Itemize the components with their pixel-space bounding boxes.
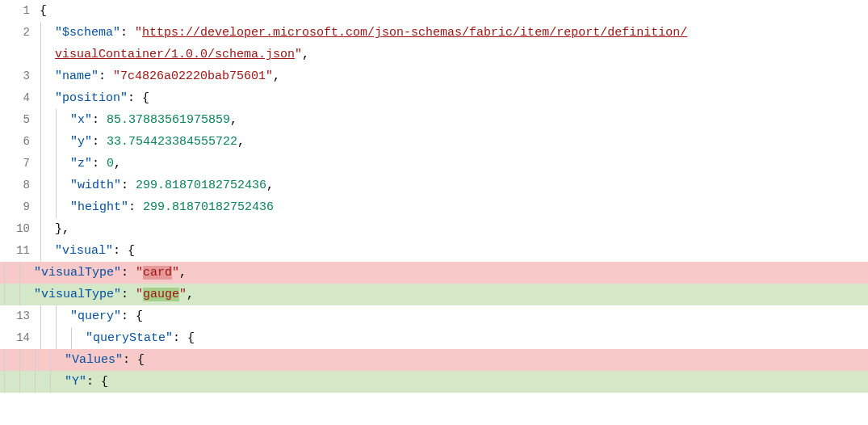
line-content: "queryState": { [36, 327, 868, 349]
indent-guide [40, 218, 41, 240]
indent-guide [50, 349, 51, 371]
line-content: "x": 85.37883561975859, [36, 109, 868, 131]
line-content: "height": 299.81870182752436 [36, 196, 868, 218]
line-content: { [36, 0, 868, 22]
indent-guide [40, 44, 41, 65]
line-number: 7 [0, 153, 36, 175]
indent-guide [40, 22, 41, 44]
code-line[interactable]: 13"query": { [36, 305, 868, 327]
code-line[interactable]: 9"height": 299.81870182752436 [36, 196, 868, 218]
indent-guide [19, 262, 20, 284]
line-number: 10 [0, 218, 36, 240]
indent-guide [71, 327, 72, 349]
line-content: visualContainer/1.0.0/schema.json", [36, 44, 868, 65]
line-number: 11 [0, 240, 36, 262]
line-content: "Y": { [0, 371, 868, 393]
line-content: "y": 33.754423384555722, [36, 131, 868, 153]
indent-guide [40, 175, 41, 196]
line-content: "position": { [36, 87, 868, 109]
line-number: 5 [0, 109, 36, 131]
code-area[interactable]: 1{2"$schema": "https://developer.microso… [36, 0, 868, 425]
line-content: "width": 299.81870182752436, [36, 175, 868, 196]
line-content: "$schema": "https://developer.microsoft.… [36, 22, 868, 44]
line-number: 1 [0, 0, 36, 22]
line-content: "query": { [36, 305, 868, 327]
indent-guide [56, 327, 57, 349]
indent-guide [4, 349, 5, 371]
indent-guide [40, 327, 41, 349]
line-number: 9 [0, 196, 36, 218]
code-line[interactable]: visualContainer/1.0.0/schema.json", [36, 44, 868, 65]
indent-guide [19, 349, 20, 371]
line-content: "Values": { [0, 349, 868, 371]
indent-guide [40, 109, 41, 131]
code-line[interactable]: 12+"visualType": "gauge", [0, 284, 868, 305]
code-line[interactable]: 2"$schema": "https://developer.microsoft… [36, 22, 868, 44]
code-line[interactable]: 15+"Y": { [0, 371, 868, 393]
line-number: 3 [0, 65, 36, 87]
indent-guide [56, 175, 57, 196]
code-line[interactable]: 3"name": "7c4826a02220bab75601", [36, 65, 868, 87]
indent-guide [56, 153, 57, 175]
indent-guide [50, 371, 51, 393]
indent-guide [4, 262, 5, 284]
code-line[interactable]: 5"x": 85.37883561975859, [36, 109, 868, 131]
indent-guide [35, 371, 36, 393]
code-line[interactable]: 11"visual": { [36, 240, 868, 262]
line-number: 8 [0, 175, 36, 196]
indent-guide [56, 109, 57, 131]
code-line[interactable]: 7"z": 0, [36, 153, 868, 175]
line-content: }, [36, 218, 868, 240]
indent-guide [56, 196, 57, 218]
indent-guide [40, 87, 41, 109]
indent-guide [40, 131, 41, 153]
line-number: 6 [0, 131, 36, 153]
indent-guide [56, 131, 57, 153]
code-line[interactable]: 14"queryState": { [36, 327, 868, 349]
line-content: "visual": { [36, 240, 868, 262]
code-line[interactable]: 4"position": { [36, 87, 868, 109]
indent-guide [56, 305, 57, 327]
line-content: "visualType": "gauge", [0, 284, 868, 305]
line-number: 4 [0, 87, 36, 109]
indent-guide [40, 65, 41, 87]
code-editor[interactable]: 1{2"$schema": "https://developer.microso… [0, 0, 868, 425]
code-line[interactable]: 10}, [36, 218, 868, 240]
code-line[interactable]: -"visualType": "card", [0, 262, 868, 284]
indent-guide [4, 371, 5, 393]
line-content: "z": 0, [36, 153, 868, 175]
indent-guide [40, 240, 41, 262]
line-number: 13 [0, 305, 36, 327]
code-line[interactable]: 8"width": 299.81870182752436, [36, 175, 868, 196]
line-content: "name": "7c4826a02220bab75601", [36, 65, 868, 87]
line-content: "visualType": "card", [0, 262, 868, 284]
indent-guide [19, 284, 20, 305]
code-line[interactable]: 6"y": 33.754423384555722, [36, 131, 868, 153]
indent-guide [35, 349, 36, 371]
indent-guide [19, 371, 20, 393]
line-number: 14 [0, 327, 36, 349]
indent-guide [40, 153, 41, 175]
line-number: 2 [0, 22, 36, 44]
code-line[interactable]: 1{ [36, 0, 868, 22]
code-line[interactable]: -"Values": { [0, 349, 868, 371]
indent-guide [40, 305, 41, 327]
indent-guide [4, 284, 5, 305]
indent-guide [40, 196, 41, 218]
